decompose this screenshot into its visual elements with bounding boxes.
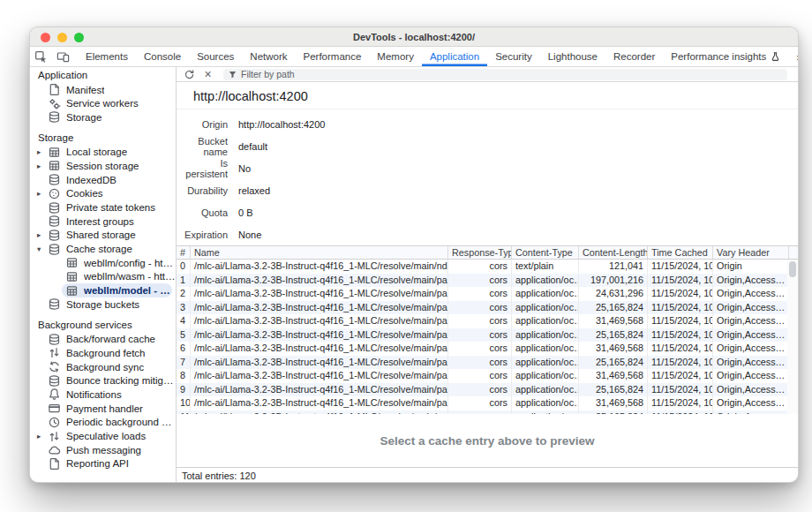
- sidebar-item-storage[interactable]: Storage: [30, 110, 176, 124]
- table-row[interactable]: 4/mlc-ai/Llama-3.2-3B-Instruct-q4f16_1-M…: [177, 314, 798, 328]
- sidebar-item-webllm-config-http-loc[interactable]: webllm/config - http://loc…: [30, 256, 176, 270]
- tab-sources[interactable]: Sources: [189, 47, 242, 66]
- sidebar-item-webllm-model-http-loc[interactable]: webllm/model - http://loc…: [62, 283, 172, 297]
- table-row[interactable]: 3/mlc-ai/Llama-3.2-3B-Instruct-q4f16_1-M…: [177, 301, 798, 315]
- sidebar-item-shared-storage[interactable]: ▸Shared storage: [30, 229, 176, 243]
- refresh-icon: [184, 69, 195, 80]
- sidebar-item-session-storage[interactable]: ▸Session storage: [30, 159, 176, 173]
- inspect-button[interactable]: [30, 47, 52, 66]
- table-row[interactable]: 5/mlc-ai/Llama-3.2-3B-Instruct-q4f16_1-M…: [177, 328, 798, 343]
- sidebar-item-indexeddb[interactable]: IndexedDB: [30, 173, 176, 187]
- chevron-right-icon[interactable]: ▸: [37, 432, 48, 440]
- cell-vary-header: Origin,Access…: [713, 287, 789, 301]
- sidebar-item-webllm-wasm-http-loca[interactable]: webllm/wasm - http://loca…: [30, 270, 176, 284]
- tab-recorder[interactable]: Recorder: [605, 47, 663, 66]
- sidebar-item-periodic-background-sync[interactable]: Periodic background sync: [30, 416, 176, 430]
- cache-table-header[interactable]: #NameResponse-TypeContent-TypeContent-Le…: [177, 246, 798, 260]
- cell-time-cached: 11/15/2024, 10…: [648, 314, 713, 328]
- sidebar-item-label: Manifest: [66, 85, 104, 95]
- column-header-content-type[interactable]: Content-Type: [512, 246, 579, 259]
- table-row[interactable]: 8/mlc-ai/Llama-3.2-3B-Instruct-q4f16_1-M…: [177, 369, 798, 383]
- column-header-time-cached[interactable]: Time Cached: [648, 246, 713, 259]
- column-header-vary-header[interactable]: Vary Header: [713, 246, 789, 259]
- sidebar-item-service-workers[interactable]: Service workers: [30, 96, 176, 110]
- cell-content-length: 25,165,824: [579, 410, 648, 415]
- tab-lighthouse[interactable]: Lighthouse: [540, 47, 605, 66]
- chevron-down-icon[interactable]: ▾: [37, 245, 48, 253]
- devices-button[interactable]: [52, 47, 74, 66]
- cell-content-length: 121,041: [579, 260, 648, 274]
- card-icon: [48, 402, 61, 415]
- tab-performance[interactable]: Performance: [296, 47, 370, 66]
- tab-memory[interactable]: Memory: [369, 47, 422, 66]
- table-scrollbar[interactable]: [787, 260, 798, 414]
- sidebar-item-background-fetch[interactable]: Background fetch: [30, 346, 176, 360]
- minimize-button[interactable]: [57, 33, 67, 42]
- refresh-button[interactable]: [181, 68, 198, 81]
- table-row[interactable]: 11/mlc-ai/Llama-3.2-3B-Instruct-q4f16_1-…: [177, 410, 798, 415]
- sidebar-item-cookies[interactable]: ▸Cookies: [30, 187, 176, 201]
- cell-name: /mlc-ai/Llama-3.2-3B-Instruct-q4f16_1-ML…: [191, 314, 448, 328]
- sidebar-item-back-forward-cache[interactable]: Back/forward cache: [30, 332, 176, 346]
- sidebar-item-background-sync[interactable]: Background sync: [30, 360, 176, 374]
- chevron-right-icon[interactable]: ▸: [37, 162, 48, 170]
- sidebar-item-notifications[interactable]: Notifications: [30, 388, 176, 402]
- close-button[interactable]: [41, 33, 50, 42]
- cell-vary-header: Origin,Access…: [713, 342, 789, 356]
- sidebar-item-speculative-loads[interactable]: ▸Speculative loads: [30, 429, 176, 443]
- tab-label: Performance: [304, 51, 362, 62]
- table-row[interactable]: 10/mlc-ai/Llama-3.2-3B-Instruct-q4f16_1-…: [177, 396, 798, 410]
- tab-performance-insights[interactable]: Performance insights: [663, 47, 789, 66]
- cell-vary-header: Origin,Access…: [713, 274, 789, 288]
- tab-network[interactable]: Network: [242, 47, 295, 66]
- filter-input[interactable]: [241, 69, 783, 79]
- sidebar-item-label: Cookies: [66, 188, 103, 199]
- table-row[interactable]: 7/mlc-ai/Llama-3.2-3B-Instruct-q4f16_1-M…: [177, 356, 798, 370]
- cell-time-cached: 11/15/2024, 10…: [648, 342, 713, 356]
- table-row[interactable]: 6/mlc-ai/Llama-3.2-3B-Instruct-q4f16_1-M…: [177, 342, 798, 356]
- devtools-tab-bar: ElementsConsoleSourcesNetworkPerformance…: [30, 47, 798, 67]
- file-icon: [48, 83, 61, 96]
- sidebar-item-manifest[interactable]: Manifest: [30, 83, 176, 97]
- chevron-right-icon[interactable]: ▸: [37, 147, 48, 156]
- tab-security[interactable]: Security: [487, 47, 540, 66]
- delete-selected-button[interactable]: ×: [199, 68, 216, 81]
- cell-: 4: [177, 314, 191, 328]
- sidebar-item-storage-buckets[interactable]: Storage buckets: [30, 297, 176, 312]
- sidebar-item-bounce-tracking-mitigations[interactable]: Bounce tracking mitigations: [30, 373, 176, 388]
- chevron-right-icon[interactable]: ▸: [37, 189, 48, 198]
- main-panel: × http://localhost:4200 Originhttp://loc…: [177, 67, 798, 483]
- window-title: DevTools - localhost:4200/: [353, 32, 475, 42]
- table-row[interactable]: 9/mlc-ai/Llama-3.2-3B-Instruct-q4f16_1-M…: [177, 383, 798, 397]
- sidebar-item-payment-handler[interactable]: Payment handler: [30, 402, 176, 416]
- more-tabs-button[interactable]: »: [789, 50, 799, 64]
- cell-content-type: application/oc…: [512, 396, 579, 410]
- zoom-button[interactable]: [74, 33, 84, 42]
- preview-placeholder-message: Select a cache entry above to preview: [380, 434, 594, 448]
- chevron-right-icon[interactable]: ▸: [37, 230, 48, 239]
- cell-content-length: 31,469,568: [579, 396, 648, 410]
- cell-name: /mlc-ai/Llama-3.2-3B-Instruct-q4f16_1-ML…: [191, 396, 448, 410]
- cell-vary-header: Origin,Access…: [713, 396, 789, 410]
- table-row[interactable]: 1/mlc-ai/Llama-3.2-3B-Instruct-q4f16_1-M…: [177, 274, 798, 288]
- devices-icon: [56, 50, 70, 64]
- column-header-content-length[interactable]: Content-Length: [579, 246, 648, 259]
- sidebar-item-local-storage[interactable]: ▸Local storage: [30, 145, 176, 159]
- column-header-name[interactable]: Name: [191, 246, 448, 259]
- cell-: 8: [177, 369, 191, 383]
- sidebar-item-reporting-api[interactable]: Reporting API: [30, 457, 176, 471]
- table-row[interactable]: 2/mlc-ai/Llama-3.2-3B-Instruct-q4f16_1-M…: [177, 287, 798, 301]
- sidebar-item-label: Cache storage: [66, 244, 132, 254]
- tab-console[interactable]: Console: [136, 47, 189, 66]
- table-row[interactable]: 0/mlc-ai/Llama-3.2-3B-Instruct-q4f16_1-M…: [177, 260, 798, 274]
- sidebar-item-private-state-tokens[interactable]: Private state tokens: [30, 200, 176, 215]
- scrollbar-thumb[interactable]: [789, 261, 796, 277]
- sidebar-item-push-messaging[interactable]: Push messaging: [30, 443, 176, 457]
- tab-elements[interactable]: Elements: [78, 47, 136, 66]
- sidebar-item-interest-groups[interactable]: Interest groups: [30, 215, 176, 229]
- column-header-response-type[interactable]: Response-Type: [448, 246, 512, 259]
- column-header-[interactable]: #: [177, 246, 191, 259]
- sidebar-item-cache-storage[interactable]: ▾Cache storage: [30, 242, 176, 256]
- cell-vary-header: Origin,Access…: [713, 356, 789, 370]
- tab-application[interactable]: Application: [422, 47, 487, 66]
